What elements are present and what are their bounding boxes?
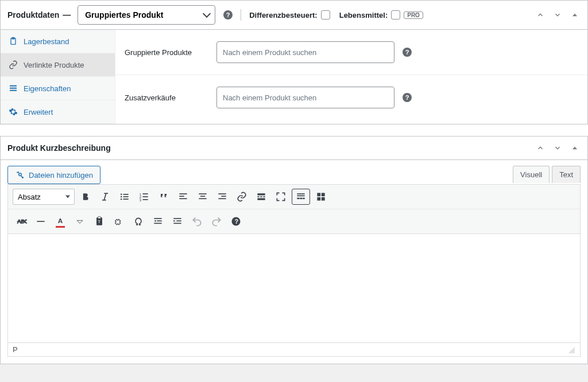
upsell-row: Zusatzverkäufe ? [115, 75, 587, 120]
strikethrough-button[interactable]: ABC [13, 213, 30, 230]
italic-button[interactable] [96, 188, 114, 205]
move-up-icon[interactable] [535, 9, 546, 21]
svg-rect-42 [317, 193, 320, 196]
svg-point-13 [121, 198, 122, 200]
tab-attributes[interactable]: Eigenschaften [1, 77, 115, 100]
svg-rect-37 [297, 193, 304, 194]
pro-badge: PRO [404, 11, 423, 19]
visual-tab[interactable]: Visuell [513, 166, 550, 183]
product-data-header: Produktdaten — Gruppiertes Produkt ? Dif… [1, 1, 587, 30]
differenzbesteuert-label: Differenzbesteuert: [249, 11, 317, 20]
svg-marker-0 [572, 14, 577, 17]
text-color-button[interactable]: A [52, 213, 69, 230]
align-right-button[interactable] [214, 188, 231, 205]
tab-advanced[interactable]: Erweitert [1, 100, 115, 124]
svg-rect-15 [123, 196, 129, 197]
help-icon[interactable]: ? [223, 10, 233, 20]
svg-rect-38 [297, 196, 304, 197]
product-type-select[interactable]: Gruppiertes Produkt [78, 5, 215, 25]
read-more-button[interactable] [253, 188, 270, 205]
tab-inventory[interactable]: Lagerbestand [1, 30, 115, 53]
undo-button[interactable] [188, 213, 206, 230]
svg-rect-35 [263, 196, 265, 197]
grouped-products-input[interactable] [216, 41, 394, 63]
toggle-panel-icon[interactable] [569, 142, 581, 154]
svg-line-8 [104, 193, 106, 200]
svg-point-12 [121, 196, 122, 198]
numbered-list-button[interactable]: 123 [136, 188, 153, 205]
tab-inventory-label: Lagerbestand [24, 37, 69, 46]
svg-rect-25 [179, 198, 187, 200]
list-icon [9, 84, 18, 93]
svg-point-11 [121, 194, 122, 196]
svg-rect-32 [257, 193, 265, 195]
bullet-list-button[interactable] [116, 188, 133, 205]
clear-formatting-button[interactable] [110, 213, 127, 230]
format-select[interactable]: Absatz [13, 189, 75, 205]
differenzbesteuert-option: Differenzbesteuert: [249, 10, 330, 20]
svg-rect-30 [221, 196, 226, 197]
paste-text-button[interactable]: T [91, 213, 108, 230]
link-button[interactable] [233, 188, 250, 205]
svg-rect-39 [297, 198, 299, 200]
grouped-products-label: Gruppierte Produkte [125, 48, 216, 57]
svg-text:T: T [98, 219, 101, 224]
toolbar-row-1: Absatz 123 [8, 185, 580, 209]
help-icon[interactable]: ? [403, 48, 412, 57]
svg-rect-36 [257, 198, 265, 200]
separator [241, 9, 241, 21]
grouped-products-row: Gruppierte Produkte ? [115, 30, 587, 75]
svg-rect-59 [176, 220, 181, 221]
add-media-button[interactable]: Dateien hinzufügen [7, 166, 100, 184]
redo-button[interactable] [208, 213, 225, 230]
differenzbesteuert-checkbox[interactable] [321, 10, 330, 20]
move-up-icon[interactable] [535, 142, 546, 154]
svg-rect-54 [154, 218, 161, 219]
fullscreen-button[interactable] [272, 188, 289, 205]
title-separator: — [63, 10, 71, 20]
svg-rect-5 [10, 90, 17, 91]
svg-marker-6 [572, 147, 577, 150]
toggle-panel-icon[interactable] [569, 9, 581, 21]
svg-rect-43 [322, 193, 325, 196]
move-down-icon[interactable] [552, 142, 563, 154]
horizontal-rule-button[interactable] [32, 213, 49, 230]
upsell-input[interactable] [216, 87, 394, 108]
help-button[interactable]: ? [227, 213, 245, 230]
special-char-button[interactable] [130, 213, 147, 230]
blockquote-button[interactable] [155, 188, 172, 205]
panel-title: Produkt Kurzbeschreibung [7, 143, 111, 153]
indent-button[interactable] [169, 213, 186, 230]
gear-icon [9, 107, 18, 116]
svg-rect-52 [98, 217, 101, 219]
svg-rect-23 [179, 193, 187, 194]
editor-content-area[interactable] [7, 234, 581, 343]
move-down-icon[interactable] [552, 9, 563, 21]
linked-products-fields: Gruppierte Produkte ? Zusatzverkäufe ? [115, 30, 587, 124]
svg-rect-29 [218, 193, 226, 194]
media-icon [15, 170, 25, 180]
resize-grip-icon[interactable] [567, 346, 575, 354]
align-left-button[interactable] [175, 188, 192, 205]
svg-rect-24 [179, 196, 184, 197]
lebensmittel-option: Lebensmittel: PRO [339, 10, 423, 20]
product-tabs: Lagerbestand Verlinkte Produkte Eigensch… [1, 30, 115, 124]
bold-button[interactable] [77, 188, 94, 205]
align-center-button[interactable] [194, 188, 211, 205]
grid-button[interactable] [312, 188, 330, 205]
svg-rect-22 [143, 199, 148, 200]
help-icon[interactable]: ? [403, 93, 412, 102]
toolbar-toggle-button[interactable] [292, 189, 310, 205]
svg-rect-60 [173, 223, 181, 224]
text-tab[interactable]: Text [552, 166, 581, 183]
product-data-panel: Produktdaten — Gruppiertes Produkt ? Dif… [0, 0, 588, 124]
lebensmittel-checkbox[interactable] [391, 10, 400, 20]
tab-linked-products[interactable]: Verlinkte Produkte [1, 53, 115, 77]
svg-rect-34 [260, 196, 262, 197]
upsell-label: Zusatzverkäufe [125, 93, 216, 102]
svg-marker-50 [77, 220, 83, 223]
text-color-picker-button[interactable] [71, 213, 88, 230]
outdent-button[interactable] [149, 213, 167, 230]
svg-rect-58 [173, 218, 181, 219]
svg-rect-31 [218, 198, 226, 200]
